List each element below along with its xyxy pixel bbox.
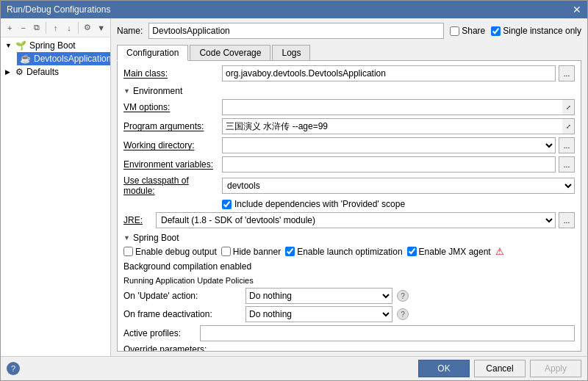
active-profiles-row: Active profiles:: [123, 325, 575, 341]
vm-options-field: ⤢: [222, 99, 575, 115]
add-config-button[interactable]: +: [4, 21, 15, 35]
tab-logs[interactable]: Logs: [272, 45, 310, 60]
warning-icon: ⚠: [495, 246, 504, 257]
environment-section: ▼ Environment VM options: ⤢ Program argu…: [123, 86, 575, 173]
spring-boot-node[interactable]: ▼ 🌱 Spring Boot: [1, 39, 110, 52]
enable-jmx-label: Enable JMX agent: [407, 247, 491, 257]
devtools-node[interactable]: ☕ DevtoolsApplication: [17, 52, 110, 65]
tab-code-coverage[interactable]: Code Coverage: [190, 45, 270, 60]
env-expand-icon[interactable]: ▼: [123, 87, 130, 95]
sb-expand-icon[interactable]: ▼: [123, 234, 130, 242]
enable-jmx-checkbox[interactable]: [407, 247, 417, 256]
close-button[interactable]: ✕: [573, 4, 581, 15]
include-deps-label: Include dependencies with 'Provided' sco…: [234, 199, 405, 209]
on-update-help-icon[interactable]: ?: [397, 290, 409, 302]
enable-launch-text: Enable launch optimization: [297, 247, 402, 257]
main-class-browse-button[interactable]: ...: [559, 65, 575, 81]
spring-boot-icon: 🌱: [15, 40, 26, 51]
enable-launch-checkbox[interactable]: [285, 247, 295, 256]
env-vars-row: Environment variables: ...: [123, 156, 575, 173]
spring-boot-title: Spring Boot: [133, 233, 179, 243]
defaults-icon: ⚙: [15, 67, 24, 77]
defaults-node[interactable]: ▶ ⚙ Defaults: [1, 65, 110, 79]
enable-debug-checkbox[interactable]: [123, 247, 133, 256]
on-update-select[interactable]: Do nothing: [245, 288, 392, 304]
cancel-button[interactable]: Cancel: [474, 360, 526, 377]
name-input[interactable]: [148, 23, 444, 39]
update-policies: Running Application Update Policies On '…: [123, 276, 575, 322]
move-up-button[interactable]: ↑: [49, 21, 61, 35]
share-checkbox[interactable]: [450, 26, 459, 36]
single-instance-checkbox[interactable]: [491, 26, 501, 36]
expand-arrow: ▼: [5, 42, 12, 49]
spring-boot-label: Spring Boot: [29, 40, 76, 51]
tab-configuration[interactable]: Configuration: [117, 45, 188, 61]
spring-boot-group: ▼ 🌱 Spring Boot ☕ DevtoolsApplication: [1, 39, 110, 65]
vm-options-expand-button[interactable]: ⤢: [562, 100, 574, 115]
right-panel: Name: Share Single instance only Configu…: [111, 18, 587, 356]
enable-launch-label: Enable launch optimization: [285, 247, 402, 257]
program-args-input[interactable]: [222, 118, 575, 134]
name-label: Name:: [117, 26, 143, 36]
devtools-label: DevtoolsApplication: [34, 54, 110, 64]
on-frame-select[interactable]: Do nothing: [245, 306, 392, 322]
spring-boot-section: ▼ Spring Boot Enable debug output Hide b…: [123, 233, 575, 352]
settings-button[interactable]: ⚙: [82, 21, 93, 35]
enable-debug-label: Enable debug output: [123, 247, 217, 257]
override-label: Override parameters:: [123, 344, 575, 352]
classpath-label: Use classpath of module:: [123, 175, 219, 196]
program-args-row: Program arguments: ⤢: [123, 118, 575, 134]
working-dir-browse-button[interactable]: ...: [559, 137, 575, 153]
single-instance-check: Single instance only: [491, 26, 581, 36]
config-panel: Main class: ... ▼ Environment VM options…: [117, 61, 581, 352]
share-label: Share: [462, 26, 485, 36]
on-frame-help-icon[interactable]: ?: [397, 308, 409, 320]
name-row: Name: Share Single instance only: [117, 23, 581, 39]
spring-boot-header: ▼ Spring Boot: [123, 233, 575, 243]
classpath-select[interactable]: devtools: [222, 178, 575, 194]
env-vars-browse-button[interactable]: ...: [559, 156, 575, 173]
apply-button[interactable]: Apply: [530, 360, 581, 377]
working-dir-label: Working directory:: [123, 140, 219, 150]
include-deps-checkbox[interactable]: [222, 200, 232, 209]
vm-options-input[interactable]: [222, 99, 575, 115]
jre-select[interactable]: Default (1.8 - SDK of 'devtools' module): [156, 212, 556, 228]
active-profiles-input[interactable]: [200, 325, 575, 341]
bg-compile-text: Background compilation enabled: [123, 261, 251, 272]
hide-banner-label: Hide banner: [221, 247, 281, 257]
single-instance-label: Single instance only: [503, 26, 581, 36]
run-debug-dialog: Run/Debug Configurations ✕ + − ⧉ ↑ ↓ ⚙ ▼…: [0, 0, 588, 381]
program-args-expand-button[interactable]: ⤢: [562, 119, 574, 134]
copy-config-button[interactable]: ⧉: [31, 21, 43, 35]
env-vars-input[interactable]: [222, 156, 556, 173]
main-class-label: Main class:: [123, 68, 219, 79]
help-area: ?: [7, 362, 414, 375]
working-dir-select[interactable]: [222, 137, 556, 153]
jre-browse-button[interactable]: ...: [559, 212, 575, 228]
policies-title: Running Application Update Policies: [123, 276, 575, 285]
filter-button[interactable]: ▼: [96, 21, 107, 35]
move-down-button[interactable]: ↓: [63, 21, 75, 35]
config-tree: ▼ 🌱 Spring Boot ☕ DevtoolsApplication ▶ …: [1, 37, 110, 356]
tree-children: ☕ DevtoolsApplication: [1, 52, 110, 65]
working-dir-row: Working directory: ...: [123, 137, 575, 153]
ok-button[interactable]: OK: [418, 360, 470, 377]
environment-header: ▼ Environment: [123, 86, 575, 96]
title-bar-text: Run/Debug Configurations: [7, 4, 110, 15]
environment-title: Environment: [133, 86, 182, 96]
main-class-input[interactable]: [222, 65, 556, 81]
main-class-row: Main class: ...: [123, 65, 575, 81]
vm-options-label: VM options:: [123, 102, 219, 112]
hide-banner-checkbox[interactable]: [221, 247, 231, 256]
share-check: Share: [450, 26, 485, 36]
bottom-bar: ? OK Cancel Apply: [1, 356, 587, 380]
defaults-label: Defaults: [26, 67, 59, 77]
enable-debug-text: Enable debug output: [135, 247, 217, 257]
remove-config-button[interactable]: −: [17, 21, 29, 35]
on-frame-row: On frame deactivation: Do nothing ?: [123, 306, 575, 322]
jre-label: JRE:: [123, 215, 153, 225]
program-args-label: Program arguments:: [123, 121, 219, 131]
help-icon[interactable]: ?: [7, 362, 20, 375]
on-update-row: On 'Update' action: Do nothing ?: [123, 288, 575, 304]
jre-row: JRE: Default (1.8 - SDK of 'devtools' mo…: [123, 212, 575, 228]
